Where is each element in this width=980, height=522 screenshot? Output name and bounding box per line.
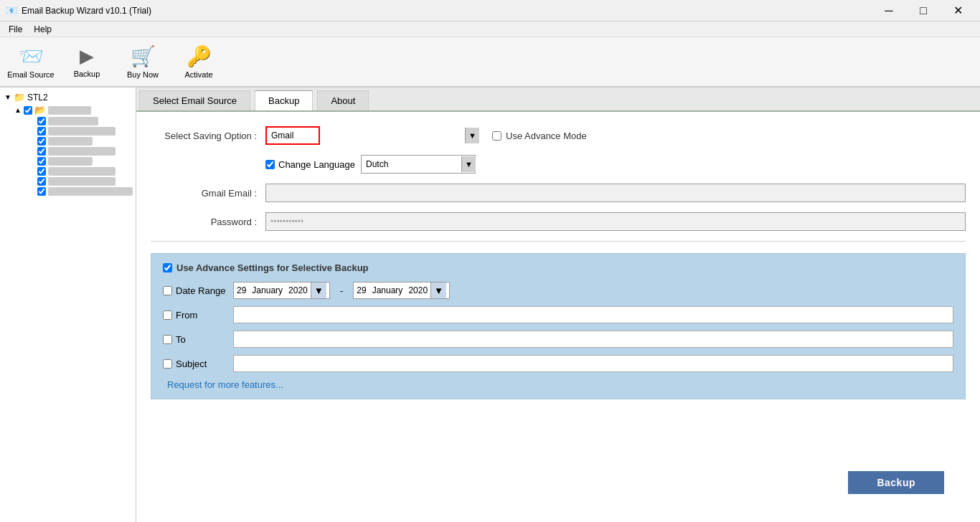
list-item[interactable]: ████████	[34, 136, 136, 146]
menubar: File Help	[0, 22, 980, 37]
item-checkbox-6[interactable]	[37, 167, 46, 176]
tree-checkbox-parent[interactable]	[24, 106, 32, 115]
tab-about[interactable]: About	[317, 90, 369, 110]
date-to-group: 29 January 2020 ▼	[353, 282, 450, 299]
activate-button[interactable]: 🔑 Activate	[174, 40, 224, 83]
date-from-button[interactable]: ▼	[311, 283, 326, 298]
item-checkbox-3[interactable]	[37, 137, 46, 146]
date-range-row: Date Range 29 January 2020 ▼ - 29	[163, 282, 953, 299]
item-checkbox-8[interactable]	[37, 187, 46, 196]
language-select-wrapper: Dutch English German French ▼	[361, 155, 476, 174]
folder-icon-2: 📂	[34, 105, 46, 115]
date-to-button[interactable]: ▼	[430, 283, 446, 298]
toolbar: 📨 Email Source ▶ Backup 🛒 Buy Now 🔑 Acti…	[0, 37, 980, 87]
buy-now-icon: 🛒	[131, 44, 156, 68]
buy-now-button[interactable]: 🛒 Buy Now	[118, 40, 168, 83]
item-label-6: ████████████	[48, 167, 116, 176]
backup-icon: ▶	[80, 45, 94, 67]
menu-help[interactable]: Help	[28, 23, 57, 36]
saving-option-label: Select Saving Option :	[151, 130, 265, 141]
minimize-button[interactable]: ─	[872, 0, 905, 22]
list-item[interactable]: ████████	[34, 156, 136, 166]
expand-icon: ▲	[14, 106, 22, 114]
item-label-3: ████████	[48, 137, 93, 146]
request-link-row: Request for more features...	[163, 379, 953, 390]
list-item[interactable]: ████████	[34, 116, 136, 126]
date-to-month: January	[372, 285, 403, 295]
to-label-group: To	[163, 334, 227, 345]
tree-root: ▼ 📁 STL2	[0, 90, 136, 104]
date-range-checkbox[interactable]	[163, 286, 172, 295]
advance-settings-header: Use Advance Settings for Selective Backu…	[163, 262, 953, 273]
main-layout: ▼ 📁 STL2 ▲ 📂 ████ ████████ ████████████	[0, 87, 980, 522]
item-label-8: ████████████████	[48, 187, 133, 196]
to-checkbox[interactable]	[163, 335, 172, 344]
backup-button[interactable]: Backup	[848, 471, 944, 494]
from-row: From	[163, 306, 953, 323]
from-label: From	[176, 310, 197, 321]
select-arrow-icon: ▼	[465, 128, 479, 143]
list-item[interactable]: ████████████	[34, 166, 136, 176]
from-label-group: From	[163, 310, 227, 321]
language-select[interactable]: Dutch English German French	[361, 155, 476, 174]
item-label-1: ████████	[48, 117, 98, 125]
change-language-label: Change Language	[278, 159, 355, 170]
email-source-icon: 📨	[19, 44, 44, 68]
saving-option-select-wrapper: Gmail Outlook Yahoo ▼	[265, 126, 481, 145]
titlebar: 📧 Email Backup Wizard v10.1 (Trial) ─ □ …	[0, 0, 980, 22]
root-label: STL2	[27, 92, 48, 103]
item-checkbox-1[interactable]	[37, 117, 46, 125]
gmail-email-input[interactable]	[265, 184, 966, 202]
from-input[interactable]	[233, 306, 953, 323]
from-checkbox[interactable]	[163, 310, 172, 320]
subtree: ▲ 📂 ████ ████████ ████████████ ████████	[0, 104, 136, 196]
item-checkbox-5[interactable]	[37, 157, 46, 166]
item-checkbox-7[interactable]	[37, 177, 46, 186]
email-source-button[interactable]: 📨 Email Source	[6, 40, 56, 83]
date-separator: -	[340, 285, 343, 296]
tree-label-blurred: ████	[48, 106, 91, 115]
close-button[interactable]: ✕	[941, 0, 974, 22]
request-features-link[interactable]: Request for more features...	[167, 379, 283, 390]
list-item[interactable]: ████████████████	[34, 186, 136, 196]
tree-node-parent[interactable]: ▲ 📂 ████	[11, 104, 136, 116]
window-controls: ─ □ ✕	[872, 0, 974, 22]
subject-input[interactable]	[233, 355, 953, 372]
backup-toolbar-button[interactable]: ▶ Backup	[62, 40, 112, 83]
tab-bar: Select Email Source Backup About	[136, 87, 980, 112]
item-checkbox-4[interactable]	[37, 147, 46, 156]
advance-settings-checkbox[interactable]	[163, 263, 172, 272]
language-row: Change Language Dutch English German Fre…	[151, 155, 966, 174]
advance-settings-section: Use Advance Settings for Selective Backu…	[151, 253, 966, 399]
list-item[interactable]: ████████████	[34, 126, 136, 136]
item-label-5: ████████	[48, 157, 93, 166]
activate-icon: 🔑	[187, 44, 212, 68]
collapse-icon[interactable]: ▼	[4, 93, 11, 101]
gmail-email-label: Gmail Email :	[151, 188, 265, 199]
date-to-day: 29	[357, 285, 366, 295]
advance-mode-checkbox[interactable]	[492, 131, 501, 141]
date-from-day: 29	[237, 285, 246, 295]
tab-backup[interactable]: Backup	[255, 90, 313, 110]
sidebar: ▼ 📁 STL2 ▲ 📂 ████ ████████ ████████████	[0, 87, 136, 522]
backup-label: Backup	[74, 70, 100, 78]
list-item[interactable]: ████████████	[34, 146, 136, 156]
advance-settings-label: Use Advance Settings for Selective Backu…	[176, 262, 369, 273]
item-checkbox-2[interactable]	[37, 127, 46, 136]
menu-file[interactable]: File	[3, 23, 28, 36]
subject-row: Subject	[163, 355, 953, 372]
folder-icon: 📁	[14, 92, 25, 103]
restore-button[interactable]: □	[907, 0, 940, 22]
change-language-checkbox[interactable]	[265, 160, 275, 169]
item-label-2: ████████████	[48, 127, 116, 136]
tab-select-email-source[interactable]: Select Email Source	[139, 90, 250, 110]
to-input[interactable]	[233, 331, 953, 348]
saving-option-select[interactable]: Gmail Outlook Yahoo	[265, 126, 320, 145]
email-source-label: Email Source	[7, 70, 54, 79]
list-item[interactable]: ████████████	[34, 176, 136, 186]
date-from-group: 29 January 2020 ▼	[233, 282, 330, 299]
password-input[interactable]	[265, 212, 966, 231]
password-row: Password :	[151, 212, 966, 231]
subject-checkbox[interactable]	[163, 359, 172, 369]
date-from-year: 2020	[288, 285, 308, 295]
